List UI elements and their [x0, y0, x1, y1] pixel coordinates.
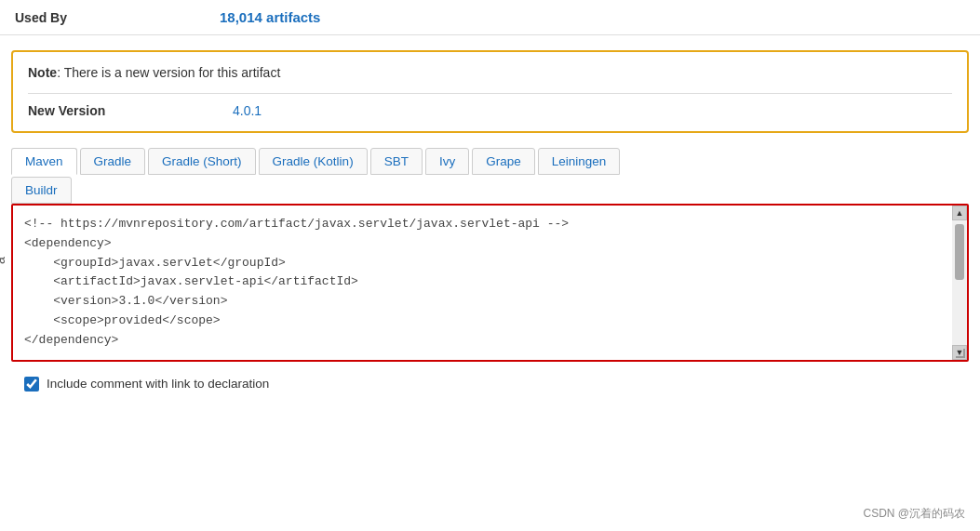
- side-label: a: [0, 257, 7, 264]
- tab-grape[interactable]: Grape: [472, 148, 535, 175]
- tabs-row-1: Maven Gradle Gradle (Short) Gradle (Kotl…: [11, 148, 969, 175]
- tab-maven[interactable]: Maven: [11, 148, 77, 175]
- tabs-row-2: Buildr: [11, 177, 969, 204]
- scroll-thumb[interactable]: [955, 224, 964, 280]
- note-text: Note: There is a new version for this ar…: [28, 65, 952, 80]
- tab-buildr[interactable]: Buildr: [11, 177, 72, 204]
- new-version-label: New Version: [28, 103, 233, 118]
- new-version-value[interactable]: 4.0.1: [233, 103, 262, 118]
- include-comment-row: Include comment with link to declaration: [11, 367, 969, 401]
- note-box: Note: There is a new version for this ar…: [11, 50, 969, 133]
- code-container: <!-- https://mvnrepository.com/artifact/…: [11, 204, 969, 362]
- tab-sbt[interactable]: SBT: [370, 148, 423, 175]
- used-by-label: Used By: [15, 10, 220, 25]
- tab-leiningen[interactable]: Leiningen: [538, 148, 621, 175]
- include-comment-checkbox[interactable]: [24, 377, 39, 392]
- tab-gradle-short[interactable]: Gradle (Short): [148, 148, 256, 175]
- note-description: : There is a new version for this artifa…: [57, 65, 280, 80]
- include-comment-label: Include comment with link to declaration: [47, 377, 269, 391]
- used-by-row: Used By 18,014 artifacts: [0, 0, 980, 35]
- page-wrapper: a Used By 18,014 artifacts Note: There i…: [0, 0, 980, 531]
- footer-watermark: CSDN @沉着的码农: [863, 506, 965, 522]
- scroll-up-button[interactable]: ▲: [952, 206, 967, 220]
- new-version-row: New Version 4.0.1: [28, 93, 952, 118]
- scrollbar: ▲ ▼: [952, 206, 967, 360]
- tab-gradle-kotlin[interactable]: Gradle (Kotlin): [259, 148, 368, 175]
- tab-gradle[interactable]: Gradle: [80, 148, 146, 175]
- tab-ivy[interactable]: Ivy: [425, 148, 469, 175]
- used-by-value[interactable]: 18,014 artifacts: [220, 9, 320, 25]
- resize-handle[interactable]: [954, 347, 967, 360]
- tabs-section: Maven Gradle Gradle (Short) Gradle (Kotl…: [11, 148, 969, 204]
- code-area[interactable]: <!-- https://mvnrepository.com/artifact/…: [13, 206, 967, 360]
- note-label: Note: [28, 65, 57, 80]
